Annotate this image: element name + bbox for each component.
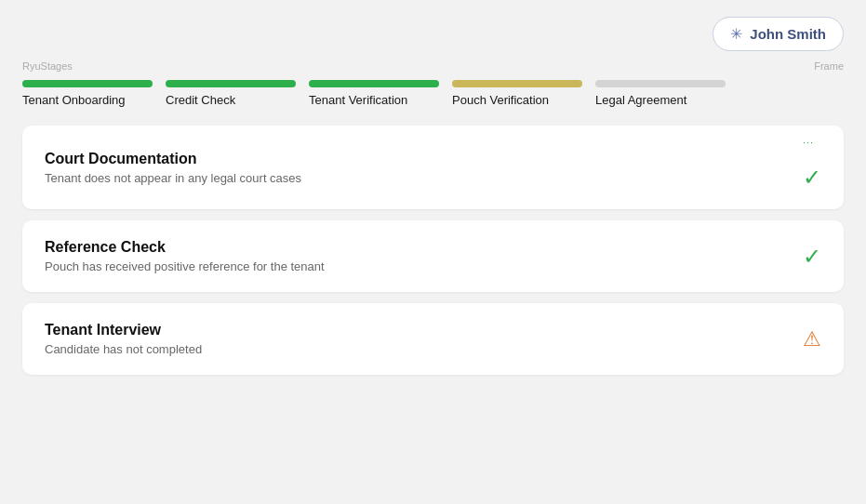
stage-bar-pouch-verification [452,80,582,87]
stage-label-credit-check: Credit Check [166,93,235,107]
dots-icon: ··· [803,137,814,148]
user-badge[interactable]: ✳ John Smith [713,17,844,51]
stage-bar-tenant-onboarding [22,80,153,87]
stages-row: Tenant Onboarding Credit Check Tenant Ve… [22,80,844,107]
card-court-documentation-desc: Tenant does not appear in any legal cour… [45,171,301,185]
stage-bar-legal-agreement [595,80,726,87]
card-tenant-interview: Tenant Interview Candidate has not compl… [22,303,844,375]
main-content: Court Documentation Tenant does not appe… [0,107,866,375]
frame-label: Frame [814,60,844,76]
card-court-documentation-title: Court Documentation [45,151,301,167]
stage-legal-agreement[interactable]: Legal Agreement [595,80,726,107]
stage-pouch-verification[interactable]: Pouch Verification [452,80,582,107]
user-name: John Smith [750,26,826,42]
stage-tenant-onboarding[interactable]: Tenant Onboarding [22,80,153,107]
card-tenant-interview-desc: Candidate has not completed [45,342,202,356]
stage-bar-credit-check [166,80,296,87]
stage-tenant-verification[interactable]: Tenant Verification [309,80,439,107]
star-icon: ✳ [730,25,742,43]
check-icon: ✓ [803,165,821,191]
card-reference-check-info: Reference Check Pouch has received posit… [45,239,325,273]
card-court-documentation-status: ··· ✓ [803,144,821,191]
card-reference-check-desc: Pouch has received positive reference fo… [45,259,325,273]
warning-icon: ⚠ [803,327,821,351]
stage-bar-tenant-verification [309,80,439,87]
card-reference-check-status: ✓ [803,244,821,270]
stage-label-tenant-verification: Tenant Verification [309,93,407,107]
stage-label-tenant-onboarding: Tenant Onboarding [22,93,126,107]
card-court-documentation: Court Documentation Tenant does not appe… [22,126,844,209]
top-bar: ✳ John Smith [0,0,866,60]
check-icon: ✓ [803,244,821,269]
stage-credit-check[interactable]: Credit Check [166,80,296,107]
stages-section: RyuStages Frame Tenant Onboarding Credit… [0,60,866,107]
stage-label-legal-agreement: Legal Agreement [595,93,686,107]
card-reference-check: Reference Check Pouch has received posit… [22,220,844,292]
card-tenant-interview-info: Tenant Interview Candidate has not compl… [45,322,202,356]
stage-label-pouch-verification: Pouch Verification [452,93,549,107]
card-tenant-interview-title: Tenant Interview [45,322,202,338]
card-reference-check-title: Reference Check [45,239,325,256]
card-court-documentation-info: Court Documentation Tenant does not appe… [45,151,301,185]
ryustages-label: RyuStages [22,60,73,72]
card-tenant-interview-status: ⚠ [803,327,821,351]
